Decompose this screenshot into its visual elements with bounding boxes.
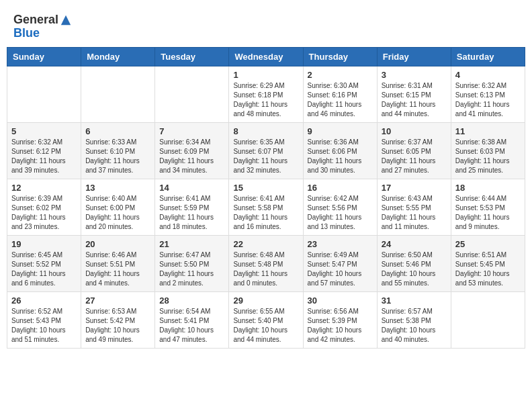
- day-number: 1: [233, 70, 298, 80]
- calendar-cell: 22Sunrise: 6:48 AM Sunset: 5:48 PM Dayli…: [229, 235, 303, 291]
- calendar-cell: 6Sunrise: 6:33 AM Sunset: 6:10 PM Daylig…: [81, 122, 155, 179]
- day-number: 26: [11, 295, 77, 306]
- calendar-cell: 21Sunrise: 6:47 AM Sunset: 5:50 PM Dayli…: [155, 235, 229, 291]
- day-number: 9: [308, 126, 373, 136]
- calendar-cell: 7Sunrise: 6:34 AM Sunset: 6:09 PM Daylig…: [155, 122, 229, 179]
- day-info: Sunrise: 6:44 AM Sunset: 5:53 PM Dayligh…: [455, 194, 521, 232]
- day-of-week-header: Thursday: [303, 47, 377, 66]
- day-of-week-header: Saturday: [451, 47, 525, 66]
- day-number: 25: [455, 239, 521, 249]
- calendar-cell: 1Sunrise: 6:29 AM Sunset: 6:18 PM Daylig…: [229, 66, 303, 122]
- day-info: Sunrise: 6:31 AM Sunset: 6:15 PM Dayligh…: [382, 81, 447, 119]
- day-number: 3: [382, 70, 447, 80]
- calendar-cell: 26Sunrise: 6:52 AM Sunset: 5:43 PM Dayli…: [7, 291, 81, 348]
- day-info: Sunrise: 6:29 AM Sunset: 6:18 PM Dayligh…: [233, 81, 298, 119]
- day-info: Sunrise: 6:38 AM Sunset: 6:03 PM Dayligh…: [455, 138, 521, 175]
- day-number: 29: [233, 295, 298, 306]
- calendar-cell: 19Sunrise: 6:45 AM Sunset: 5:52 PM Dayli…: [7, 235, 81, 291]
- day-info: Sunrise: 6:48 AM Sunset: 5:48 PM Dayligh…: [233, 250, 298, 288]
- page-header: General Blue: [7, 7, 525, 44]
- day-info: Sunrise: 6:32 AM Sunset: 6:12 PM Dayligh…: [11, 138, 77, 175]
- day-info: Sunrise: 6:54 AM Sunset: 5:41 PM Dayligh…: [159, 307, 224, 345]
- day-number: 31: [382, 295, 447, 306]
- day-info: Sunrise: 6:45 AM Sunset: 5:52 PM Dayligh…: [11, 250, 77, 288]
- day-number: 30: [308, 295, 373, 306]
- calendar-cell: 25Sunrise: 6:51 AM Sunset: 5:45 PM Dayli…: [451, 235, 525, 291]
- logo-icon: [60, 14, 72, 26]
- day-number: 13: [85, 183, 150, 193]
- calendar-cell: 30Sunrise: 6:56 AM Sunset: 5:39 PM Dayli…: [303, 291, 377, 348]
- day-number: 20: [85, 239, 150, 249]
- day-number: 8: [233, 126, 298, 136]
- calendar-cell: 28Sunrise: 6:54 AM Sunset: 5:41 PM Dayli…: [155, 291, 229, 348]
- day-info: Sunrise: 6:47 AM Sunset: 5:50 PM Dayligh…: [159, 250, 224, 288]
- day-info: Sunrise: 6:49 AM Sunset: 5:47 PM Dayligh…: [308, 250, 373, 288]
- day-number: 12: [11, 183, 77, 193]
- svg-marker-0: [61, 15, 71, 25]
- day-number: 28: [159, 295, 224, 306]
- day-of-week-header: Wednesday: [229, 47, 303, 66]
- logo: General Blue: [13, 13, 72, 40]
- day-info: Sunrise: 6:51 AM Sunset: 5:45 PM Dayligh…: [455, 250, 521, 288]
- calendar-cell: 13Sunrise: 6:40 AM Sunset: 6:00 PM Dayli…: [81, 179, 155, 235]
- day-info: Sunrise: 6:55 AM Sunset: 5:40 PM Dayligh…: [233, 307, 298, 345]
- day-number: 19: [11, 239, 77, 249]
- day-of-week-header: Monday: [81, 47, 155, 66]
- calendar-cell: 3Sunrise: 6:31 AM Sunset: 6:15 PM Daylig…: [377, 66, 451, 122]
- day-info: Sunrise: 6:36 AM Sunset: 6:06 PM Dayligh…: [308, 138, 373, 175]
- day-info: Sunrise: 6:35 AM Sunset: 6:07 PM Dayligh…: [233, 138, 298, 175]
- day-info: Sunrise: 6:37 AM Sunset: 6:05 PM Dayligh…: [382, 138, 447, 175]
- day-number: 7: [159, 126, 224, 136]
- calendar-cell: 9Sunrise: 6:36 AM Sunset: 6:06 PM Daylig…: [303, 122, 377, 179]
- day-number: 6: [85, 126, 150, 136]
- calendar-cell: 16Sunrise: 6:42 AM Sunset: 5:56 PM Dayli…: [303, 179, 377, 235]
- calendar-cell: 14Sunrise: 6:41 AM Sunset: 5:59 PM Dayli…: [155, 179, 229, 235]
- calendar-cell: 12Sunrise: 6:39 AM Sunset: 6:02 PM Dayli…: [7, 179, 81, 235]
- calendar-cell: [155, 66, 229, 122]
- day-number: 15: [233, 183, 298, 193]
- day-info: Sunrise: 6:53 AM Sunset: 5:42 PM Dayligh…: [85, 307, 150, 345]
- day-of-week-header: Sunday: [7, 47, 81, 66]
- calendar-cell: 29Sunrise: 6:55 AM Sunset: 5:40 PM Dayli…: [229, 291, 303, 348]
- day-number: 23: [308, 239, 373, 249]
- day-number: 27: [85, 295, 150, 306]
- calendar-cell: [451, 291, 525, 348]
- calendar-cell: 23Sunrise: 6:49 AM Sunset: 5:47 PM Dayli…: [303, 235, 377, 291]
- day-info: Sunrise: 6:40 AM Sunset: 6:00 PM Dayligh…: [85, 194, 150, 232]
- calendar-cell: 18Sunrise: 6:44 AM Sunset: 5:53 PM Dayli…: [451, 179, 525, 235]
- day-info: Sunrise: 6:56 AM Sunset: 5:39 PM Dayligh…: [308, 307, 373, 345]
- day-number: 10: [382, 126, 447, 136]
- calendar-cell: 17Sunrise: 6:43 AM Sunset: 5:55 PM Dayli…: [377, 179, 451, 235]
- logo-general: General: [13, 13, 58, 26]
- calendar-cell: 20Sunrise: 6:46 AM Sunset: 5:51 PM Dayli…: [81, 235, 155, 291]
- day-info: Sunrise: 6:43 AM Sunset: 5:55 PM Dayligh…: [382, 194, 447, 232]
- day-info: Sunrise: 6:41 AM Sunset: 5:58 PM Dayligh…: [233, 194, 298, 232]
- day-number: 11: [455, 126, 521, 136]
- day-info: Sunrise: 6:52 AM Sunset: 5:43 PM Dayligh…: [11, 307, 77, 345]
- calendar-cell: [81, 66, 155, 122]
- day-number: 2: [308, 70, 373, 80]
- calendar-cell: [7, 66, 81, 122]
- day-info: Sunrise: 6:46 AM Sunset: 5:51 PM Dayligh…: [85, 250, 150, 288]
- calendar-cell: 10Sunrise: 6:37 AM Sunset: 6:05 PM Dayli…: [377, 122, 451, 179]
- day-number: 22: [233, 239, 298, 249]
- day-info: Sunrise: 6:32 AM Sunset: 6:13 PM Dayligh…: [455, 81, 521, 119]
- day-info: Sunrise: 6:42 AM Sunset: 5:56 PM Dayligh…: [308, 194, 373, 232]
- calendar-cell: 24Sunrise: 6:50 AM Sunset: 5:46 PM Dayli…: [377, 235, 451, 291]
- calendar-cell: 11Sunrise: 6:38 AM Sunset: 6:03 PM Dayli…: [451, 122, 525, 179]
- day-number: 5: [11, 126, 77, 136]
- calendar-cell: 5Sunrise: 6:32 AM Sunset: 6:12 PM Daylig…: [7, 122, 81, 179]
- day-number: 17: [382, 183, 447, 193]
- day-of-week-header: Friday: [377, 47, 451, 66]
- logo-blue: Blue: [13, 26, 40, 40]
- day-info: Sunrise: 6:41 AM Sunset: 5:59 PM Dayligh…: [159, 194, 224, 232]
- calendar-cell: 31Sunrise: 6:57 AM Sunset: 5:38 PM Dayli…: [377, 291, 451, 348]
- calendar-cell: 27Sunrise: 6:53 AM Sunset: 5:42 PM Dayli…: [81, 291, 155, 348]
- day-of-week-header: Tuesday: [155, 47, 229, 66]
- day-number: 16: [308, 183, 373, 193]
- calendar-cell: 2Sunrise: 6:30 AM Sunset: 6:16 PM Daylig…: [303, 66, 377, 122]
- calendar-cell: 15Sunrise: 6:41 AM Sunset: 5:58 PM Dayli…: [229, 179, 303, 235]
- day-number: 24: [382, 239, 447, 249]
- calendar-cell: 4Sunrise: 6:32 AM Sunset: 6:13 PM Daylig…: [451, 66, 525, 122]
- day-info: Sunrise: 6:57 AM Sunset: 5:38 PM Dayligh…: [382, 307, 447, 345]
